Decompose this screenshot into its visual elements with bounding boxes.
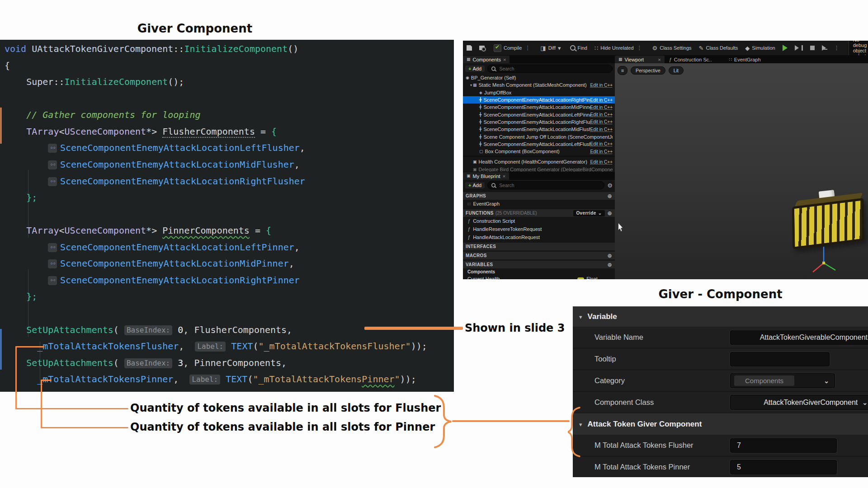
code-line: ◦◦SceneComponentEnemyAttackLocationLeftP… <box>5 239 454 256</box>
functions-section-header[interactable]: FUNCTIONS (25 OVERRIDABLE) Override⌄ ⊕ <box>463 209 615 217</box>
pinner-tokens-input[interactable]: 5 <box>730 460 837 474</box>
component-row-selected[interactable]: ╋SceneComponentEnemyAttackLocationRightP… <box>463 96 615 103</box>
code-line: ◦◦SceneComponentEnemyAttackLocationMidFl… <box>5 156 454 173</box>
curly-brace-panel <box>568 407 580 457</box>
component-row[interactable]: ╋SceneComponentEnemyAttackLocationLeftPi… <box>463 111 615 118</box>
component-row[interactable]: ◉BP_Generator (Self) <box>463 74 615 81</box>
play-options-button[interactable]: ⋮ <box>830 41 844 55</box>
component-row[interactable]: ╋SceneComponentEnemyAttackLocationMidPin… <box>463 103 615 111</box>
perspective-button[interactable]: Perspective <box>631 66 665 75</box>
lit-button[interactable]: Lit <box>669 66 684 75</box>
generator-model-3d[interactable] <box>792 191 864 254</box>
gear-icon[interactable]: ⚙ <box>607 183 613 188</box>
chevron-down-icon[interactable]: ⌄ <box>606 276 610 280</box>
tab-construction-script[interactable]: ƒ Construction Sc.. <box>665 56 716 63</box>
search-icon <box>491 66 495 71</box>
edit-in-cpp-link[interactable]: Edit in C++ <box>590 112 613 117</box>
diff-icon: ◨ <box>540 45 546 51</box>
edit-in-cpp-link[interactable]: Edit in C++ <box>590 98 613 103</box>
scene-component-icon: ╋ <box>479 105 481 109</box>
browse-button[interactable] <box>476 41 488 55</box>
variables-section-header[interactable]: VARIABLES ⊕ <box>463 261 615 268</box>
edit-in-cpp-link[interactable]: Edit in C++ <box>590 127 613 132</box>
find-button[interactable]: Find <box>566 41 591 55</box>
flusher-tokens-input[interactable]: 7 <box>730 438 837 453</box>
components-search-input[interactable] <box>498 66 609 72</box>
save-button[interactable] <box>463 41 476 55</box>
class-defaults-button[interactable]: ✎ Class Defaults <box>695 41 742 55</box>
viewport-controls: ≡ Perspective Lit <box>618 66 684 75</box>
my-blueprint-search[interactable] <box>487 181 604 189</box>
add-graph-icon[interactable]: ⊕ <box>608 193 612 199</box>
search-icon <box>570 45 576 51</box>
tab-event-graph[interactable]: ∷ EventGraph <box>725 56 764 63</box>
tree-expand-icon[interactable]: ▾ <box>470 83 472 87</box>
collapse-arrow-icon[interactable]: ▾ <box>579 314 582 320</box>
hide-unrelated-button[interactable]: ∷ Hide Unrelated ⋮ <box>591 41 647 55</box>
m-total-attack-tokens-pinner-row: M Total Attack Tokens Pinner 5 <box>573 456 868 477</box>
graphs-section-header[interactable]: GRAPHS ⊕ <box>463 192 615 200</box>
field-ref-icon: ◦◦ <box>48 259 57 268</box>
edit-in-cpp-link[interactable]: Edit in C++ <box>590 141 613 146</box>
macros-section-header[interactable]: MACROS ⊕ <box>463 252 615 259</box>
diff-button[interactable]: ◨ Diff ▾ <box>537 41 564 55</box>
add-function-icon[interactable]: ⊕ <box>608 210 612 216</box>
add-component-button[interactable]: + Add <box>465 66 485 72</box>
tooltip-input[interactable] <box>730 352 830 366</box>
close-icon[interactable]: × <box>503 57 506 62</box>
skip-frame-button[interactable] <box>791 41 807 55</box>
component-row[interactable]: ▢Box Component (BoxComponent)Edit in C++ <box>463 148 615 155</box>
category-dropdown[interactable]: Components ⌄ <box>730 373 835 388</box>
flusher-note: Quantity of tokens available in all slot… <box>130 402 441 414</box>
close-icon[interactable]: × <box>503 174 505 179</box>
variable-section-header[interactable]: ▾ Variable <box>573 306 868 327</box>
class-settings-button[interactable]: ⚙ Class Settings <box>649 41 695 55</box>
play-button[interactable] <box>779 41 791 55</box>
edit-in-cpp-link[interactable]: Edit in C++ <box>590 160 613 164</box>
add-variable-icon[interactable]: ⊕ <box>608 262 612 268</box>
add-blueprint-item-button[interactable]: + Add <box>465 182 485 188</box>
compile-options-icon[interactable]: ⋮ <box>524 45 531 51</box>
tab-viewport[interactable]: ▦ Viewport × <box>615 56 665 63</box>
event-graph-item[interactable]: ∷ EventGraph <box>463 200 615 208</box>
component-row[interactable]: ╋SceneComponentEnemyAttackLocationRightF… <box>463 118 615 126</box>
tab-my-blueprint[interactable]: ▣ My Blueprint × <box>463 172 509 180</box>
compile-button[interactable]: ✔ Compile ⋮ <box>490 41 535 55</box>
component-row[interactable]: ▾▩Static Mesh Component (StaticMeshCompo… <box>463 81 615 89</box>
add-macro-icon[interactable]: ⊕ <box>608 253 612 259</box>
component-row[interactable]: ▣Health Component (HealthComponentGenera… <box>463 158 615 165</box>
component-class-dropdown[interactable]: AttackTokenGiverComponent ⌄ <box>730 395 868 410</box>
advance-button[interactable] <box>818 41 830 55</box>
variable-name-input[interactable]: AttackTokenGiverableComponent <box>730 330 868 345</box>
edit-in-cpp-link[interactable]: Edit in C++ <box>590 119 613 124</box>
find-in-browser-icon <box>479 46 485 50</box>
hide-unrelated-options-icon[interactable]: ⋮ <box>636 45 643 51</box>
edit-in-cpp-link[interactable]: Edit in C++ <box>590 83 613 88</box>
my-blueprint-search-input[interactable] <box>498 182 601 188</box>
flusher-connector <box>15 346 17 409</box>
edit-in-cpp-link[interactable]: Edit in C++ <box>590 149 613 154</box>
m-total-attack-tokens-flusher-row: M Total Attack Tokens Flusher 7 <box>573 435 868 456</box>
tab-components[interactable]: ▦ Components × <box>463 56 509 63</box>
scene-component-icon: ╋ <box>479 127 481 131</box>
interfaces-section-header[interactable]: INTERFACES <box>463 243 615 250</box>
function-item[interactable]: ƒHandleAttackLocationRequest <box>463 233 615 241</box>
component-row[interactable]: ╋SceneComponentEnemyAttackLocationLeftFl… <box>463 141 615 148</box>
override-dropdown[interactable]: Override⌄ <box>573 210 604 216</box>
edit-in-cpp-link[interactable]: Edit in C++ <box>590 105 613 110</box>
viewport-menu-button[interactable]: ≡ <box>618 66 627 75</box>
attack-token-giver-section-header[interactable]: ▾ Attack Token Giver Component <box>573 413 868 435</box>
simulation-button[interactable]: ◆ Simulation <box>741 41 778 55</box>
component-row[interactable]: ◈JumpOffBox <box>463 89 615 96</box>
function-item[interactable]: ƒHandleResevereTokenRequest <box>463 225 615 233</box>
component-row[interactable]: ╋SceneComponentEnemyAttackLocationMidFlu… <box>463 126 615 133</box>
variable-item-current-health[interactable]: Current Health Float ⌄ <box>463 275 615 279</box>
close-icon[interactable]: × <box>658 57 660 62</box>
function-item[interactable]: ƒConstruction Script <box>463 217 615 225</box>
pinner-note: Quantity of tokens available in all slot… <box>130 421 435 433</box>
axis-gizmo[interactable] <box>809 245 838 276</box>
stop-button[interactable] <box>807 41 818 55</box>
component-row[interactable]: ╋Scene Component Jump Off Location (Scen… <box>463 133 615 140</box>
blueprint-icon: ◉ <box>466 75 469 80</box>
components-search[interactable] <box>487 65 613 73</box>
